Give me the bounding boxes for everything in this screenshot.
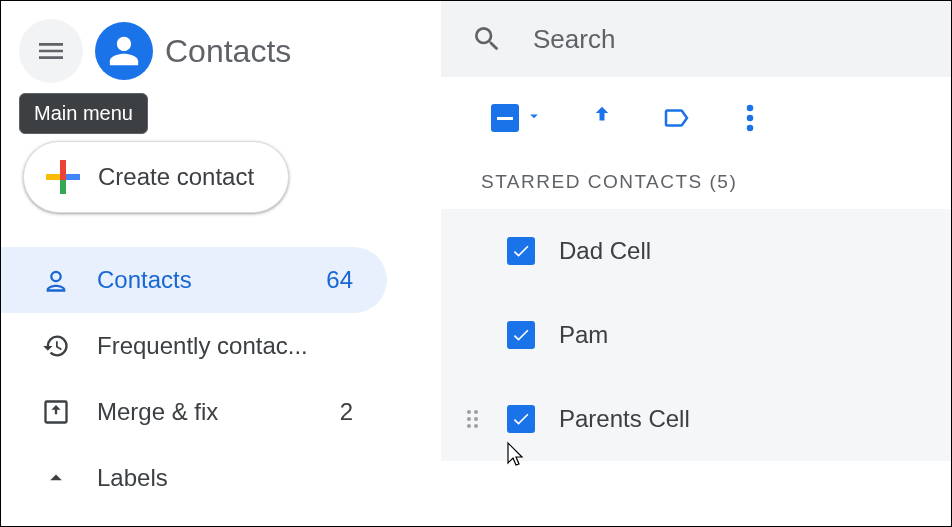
check-icon bbox=[511, 325, 531, 345]
label-button[interactable] bbox=[661, 103, 691, 133]
contact-row[interactable]: Dad Cell bbox=[441, 209, 951, 293]
selection-toolbar bbox=[441, 77, 951, 159]
svg-point-0 bbox=[747, 105, 754, 112]
sidebar-item-count: 64 bbox=[326, 266, 353, 294]
main-menu-button[interactable] bbox=[19, 19, 83, 83]
sidebar-item-label: Contacts bbox=[97, 266, 300, 294]
plus-icon bbox=[46, 160, 80, 194]
sidebar-item-label: Merge & fix bbox=[97, 398, 314, 426]
sidebar-item-count: 2 bbox=[340, 398, 353, 426]
mouse-cursor-icon bbox=[505, 441, 525, 467]
merge-button[interactable] bbox=[587, 103, 617, 133]
select-all-dropdown[interactable] bbox=[491, 104, 543, 132]
sidebar-item-merge-fix[interactable]: Merge & fix 2 bbox=[1, 379, 387, 445]
sidebar-labels-header: Labels bbox=[97, 464, 353, 492]
check-icon bbox=[511, 409, 531, 429]
sidebar-labels-toggle[interactable]: Labels bbox=[1, 445, 387, 511]
contacts-logo bbox=[95, 22, 153, 80]
svg-point-2 bbox=[747, 125, 754, 132]
contact-checkbox[interactable] bbox=[507, 405, 535, 433]
person-outline-icon bbox=[41, 265, 71, 295]
create-contact-button[interactable]: Create contact bbox=[23, 141, 289, 213]
create-contact-label: Create contact bbox=[98, 163, 254, 191]
sidebar-item-label: Frequently contac... bbox=[97, 332, 353, 360]
check-icon bbox=[511, 241, 531, 261]
merge-icon bbox=[587, 103, 617, 133]
caret-down-icon bbox=[525, 107, 543, 129]
chevron-up-icon bbox=[41, 463, 71, 493]
person-icon bbox=[107, 34, 141, 68]
contact-name: Dad Cell bbox=[559, 237, 651, 265]
sidebar-item-contacts[interactable]: Contacts 64 bbox=[1, 247, 387, 313]
starred-contacts-header: STARRED CONTACTS (5) bbox=[441, 159, 951, 209]
contact-row[interactable]: Parents Cell bbox=[441, 377, 951, 461]
contact-checkbox[interactable] bbox=[507, 321, 535, 349]
app-title: Contacts bbox=[165, 33, 291, 70]
history-icon bbox=[41, 331, 71, 361]
more-options-button[interactable] bbox=[735, 103, 765, 133]
search-bar[interactable]: Search bbox=[441, 1, 951, 77]
label-icon bbox=[661, 103, 691, 133]
drag-handle-icon[interactable] bbox=[467, 410, 483, 428]
search-placeholder: Search bbox=[533, 24, 615, 55]
main-menu-tooltip: Main menu bbox=[19, 93, 148, 134]
search-icon bbox=[471, 23, 503, 55]
hamburger-icon bbox=[35, 35, 67, 67]
more-vert-icon bbox=[735, 103, 765, 133]
contact-checkbox[interactable] bbox=[507, 237, 535, 265]
merge-fix-icon bbox=[41, 397, 71, 427]
contact-row[interactable]: Pam bbox=[441, 293, 951, 377]
sidebar-item-frequent[interactable]: Frequently contac... bbox=[1, 313, 387, 379]
contact-name: Pam bbox=[559, 321, 608, 349]
indeterminate-checkbox-icon bbox=[491, 104, 519, 132]
svg-point-1 bbox=[747, 115, 754, 122]
contact-name: Parents Cell bbox=[559, 405, 690, 433]
